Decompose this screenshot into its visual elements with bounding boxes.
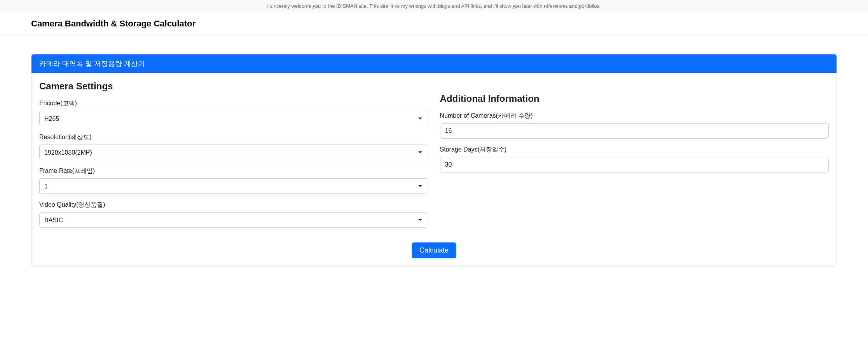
top-banner: I sincerely welcome you to the IDISMAN s… — [0, 0, 868, 12]
num-cameras-label: Number of Cameras(카메라 수량) — [440, 112, 829, 120]
calculator-card: 카메라 대역폭 및 저장용량 계산기 Camera Settings Encod… — [31, 54, 837, 267]
storage-days-group: Storage Days(저장일수) — [440, 146, 829, 173]
navbar: Camera Bandwidth & Storage Calculator — [0, 12, 868, 35]
encode-label: Encode(코덱) — [39, 99, 428, 108]
quality-group: Video Quality(영상품질) BASIC — [39, 201, 428, 228]
navbar-title: Camera Bandwidth & Storage Calculator — [0, 19, 868, 29]
resolution-select[interactable]: 1920x1080(2MP) — [39, 145, 428, 160]
banner-text: I sincerely welcome you to the IDISMAN s… — [267, 3, 601, 9]
framerate-label: Frame Rate(프레임) — [39, 167, 428, 175]
resolution-group: Resolution(해상도) 1920x1080(2MP) — [39, 133, 428, 160]
encode-select[interactable]: H265 — [39, 111, 428, 126]
card-header: 카메라 대역폭 및 저장용량 계산기 — [31, 54, 837, 73]
additional-info-column: Additional Information Number of Cameras… — [440, 81, 829, 235]
quality-label: Video Quality(영상품질) — [39, 201, 428, 209]
calculate-button[interactable]: Calculate — [412, 242, 456, 258]
additional-info-title: Additional Information — [440, 93, 829, 104]
card-body: Camera Settings Encode(코덱) H265 Resoluti… — [31, 73, 837, 266]
num-cameras-group: Number of Cameras(카메라 수량) — [440, 112, 829, 139]
camera-settings-column: Camera Settings Encode(코덱) H265 Resoluti… — [39, 81, 428, 235]
framerate-group: Frame Rate(프레임) 1 — [39, 167, 428, 194]
camera-settings-title: Camera Settings — [39, 81, 428, 92]
framerate-select[interactable]: 1 — [39, 178, 428, 194]
num-cameras-input[interactable] — [440, 123, 829, 139]
resolution-label: Resolution(해상도) — [39, 133, 428, 141]
storage-days-label: Storage Days(저장일수) — [440, 146, 829, 154]
encode-group: Encode(코덱) H265 — [39, 99, 428, 126]
quality-select[interactable]: BASIC — [39, 212, 428, 228]
storage-days-input[interactable] — [440, 157, 829, 173]
